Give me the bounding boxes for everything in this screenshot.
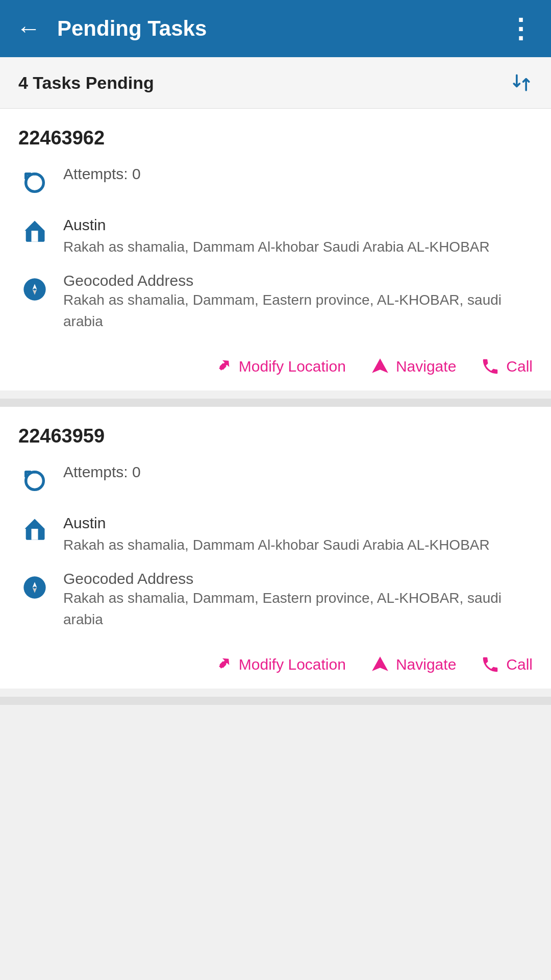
page-title: Pending Tasks — [57, 16, 507, 41]
home-icon-1 — [18, 512, 51, 545]
home-icon-0 — [18, 214, 51, 247]
task-card-0: 22463962 Attempts: 0 Austin Rakah as sha… — [0, 109, 551, 390]
attempts-row-0: Attempts: 0 — [18, 165, 533, 199]
customer-address-0: Rakah as shamalia, Dammam Al-khobar Saud… — [63, 236, 533, 258]
svg-marker-9 — [372, 656, 388, 671]
call-label-0: Call — [506, 358, 533, 375]
sort-button[interactable] — [510, 71, 533, 94]
attempts-text-1: Attempts: 0 — [63, 463, 533, 481]
address-row-0: Austin Rakah as shamalia, Dammam Al-khob… — [18, 213, 533, 258]
geocoded-address-0: Rakah as shamalia, Dammam, Eastern provi… — [63, 289, 533, 332]
navigate-label-1: Navigate — [396, 656, 456, 673]
svg-marker-4 — [372, 358, 388, 373]
compass-icon-0 — [18, 273, 51, 306]
call-label-1: Call — [506, 656, 533, 673]
divider-2 — [0, 697, 551, 705]
tasks-header: 4 Tasks Pending — [0, 57, 551, 109]
navigate-label-0: Navigate — [396, 358, 456, 375]
tasks-count: 4 Tasks Pending — [18, 73, 154, 93]
attempts-text-0: Attempts: 0 — [63, 165, 533, 183]
attempts-label-1: Attempts: 0 — [63, 463, 533, 481]
svg-point-5 — [23, 576, 45, 598]
svg-point-0 — [23, 278, 45, 300]
address-text-0: Austin Rakah as shamalia, Dammam Al-khob… — [63, 213, 533, 258]
call-button-0[interactable]: Call — [481, 357, 533, 376]
app-bar: ← Pending Tasks ⋮ — [0, 0, 551, 57]
customer-address-1: Rakah as shamalia, Dammam Al-khobar Saud… — [63, 534, 533, 556]
attempts-icon-0 — [18, 166, 51, 199]
customer-name-0: Austin — [63, 213, 533, 236]
modify-location-label-1: Modify Location — [239, 656, 346, 673]
address-row-1: Austin Rakah as shamalia, Dammam Al-khob… — [18, 511, 533, 556]
task-actions-0: Modify Location Navigate Call — [18, 349, 533, 376]
geocoded-text-1: Geocoded Address Rakah as shamalia, Damm… — [63, 570, 533, 630]
geocoded-text-0: Geocoded Address Rakah as shamalia, Damm… — [63, 272, 533, 332]
geocoded-label-0: Geocoded Address — [63, 272, 533, 289]
customer-name-1: Austin — [63, 511, 533, 534]
task-card-1: 22463959 Attempts: 0 Austin Rakah as sha… — [0, 407, 551, 689]
back-button[interactable]: ← — [16, 16, 41, 41]
compass-icon-1 — [18, 571, 51, 604]
divider-1 — [0, 399, 551, 407]
navigate-button-1[interactable]: Navigate — [370, 655, 456, 674]
task-id-0: 22463962 — [18, 127, 533, 149]
geocoded-label-1: Geocoded Address — [63, 570, 533, 587]
attempts-label-0: Attempts: 0 — [63, 165, 533, 183]
menu-button[interactable]: ⋮ — [507, 13, 535, 44]
navigate-button-0[interactable]: Navigate — [370, 357, 456, 376]
task-id-1: 22463959 — [18, 425, 533, 447]
modify-location-button-0[interactable]: Modify Location — [213, 357, 346, 376]
geocoded-row-1: Geocoded Address Rakah as shamalia, Damm… — [18, 570, 533, 630]
modify-location-label-0: Modify Location — [239, 358, 346, 375]
attempts-icon-1 — [18, 464, 51, 497]
geocoded-row-0: Geocoded Address Rakah as shamalia, Damm… — [18, 272, 533, 332]
address-text-1: Austin Rakah as shamalia, Dammam Al-khob… — [63, 511, 533, 556]
attempts-row-1: Attempts: 0 — [18, 463, 533, 497]
call-button-1[interactable]: Call — [481, 655, 533, 674]
modify-location-button-1[interactable]: Modify Location — [213, 655, 346, 674]
geocoded-address-1: Rakah as shamalia, Dammam, Eastern provi… — [63, 587, 533, 630]
task-actions-1: Modify Location Navigate Call — [18, 647, 533, 674]
